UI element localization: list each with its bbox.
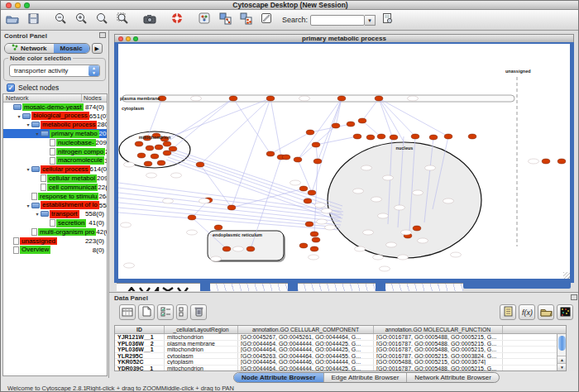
network-edge[interactable] xyxy=(298,98,342,160)
table-row[interactable]: YPL036W__2plasma membrane[GO:0044464, GO… xyxy=(115,341,566,347)
network-node[interactable] xyxy=(413,226,421,231)
vizmapper-button[interactable] xyxy=(195,12,213,28)
network-node[interactable] xyxy=(137,153,146,158)
float-data-panel-icon[interactable] xyxy=(571,294,577,300)
select-nodes-checkbox[interactable]: ✓ xyxy=(7,84,15,92)
network-node[interactable] xyxy=(163,141,171,146)
network-node-label[interactable] xyxy=(398,255,409,260)
network-tree-row[interactable]: cellular metabol209(0) xyxy=(3,174,107,183)
tab-edge-attribute-browser[interactable]: Edge Attribute Browser xyxy=(324,373,408,382)
network-node[interactable] xyxy=(306,130,314,135)
network-node-label[interactable] xyxy=(309,255,319,260)
network-node[interactable] xyxy=(214,225,223,230)
network-edge[interactable] xyxy=(165,98,270,139)
tab-node-attribute-browser[interactable]: Node Attribute Browser xyxy=(234,373,324,382)
table-column-header[interactable]: annotation.GO CELLULAR_COMPONENT xyxy=(238,326,374,333)
network-node[interactable] xyxy=(299,243,308,248)
network-node-label[interactable] xyxy=(373,255,384,260)
scroll-up-button[interactable]: ▲ xyxy=(557,356,567,363)
network-node-label[interactable] xyxy=(191,96,202,101)
network-tree-row[interactable]: cell communicat22(0) xyxy=(3,183,107,192)
tab-network-attribute-browser[interactable]: Network Attribute Browser xyxy=(407,373,498,382)
network-node[interactable] xyxy=(169,146,177,151)
network-edge[interactable] xyxy=(159,98,233,147)
network-node-label[interactable] xyxy=(325,225,336,230)
network-tree-row[interactable]: nitrogen compo209(0) xyxy=(3,147,107,156)
network-node[interactable] xyxy=(312,142,320,147)
network-node-label[interactable] xyxy=(395,205,405,210)
open-session-button[interactable] xyxy=(3,12,22,28)
network-tree-row[interactable]: mosaic-demo-yeast874(0) xyxy=(3,103,107,112)
network-edge[interactable] xyxy=(200,98,270,165)
table-cell[interactable]: [GO:0044464, GO:0044446, GO:0044444, G..… xyxy=(238,359,374,365)
network-node-label[interactable] xyxy=(315,203,326,208)
table-column-header[interactable]: annotation.GO MOLECULAR_FUNCTION xyxy=(374,326,503,333)
network-node[interactable] xyxy=(390,135,398,140)
network-tree-row[interactable]: ▾transport558(0) xyxy=(3,210,107,219)
network-node[interactable] xyxy=(135,141,143,146)
network-view-window[interactable]: primary metabolic process plasma membran… xyxy=(114,34,574,283)
network-tree-row[interactable]: ▾establishment of lo558(0) xyxy=(3,201,107,210)
network-node-label[interactable] xyxy=(171,173,182,178)
background-window-edge[interactable] xyxy=(200,282,210,291)
table-cell[interactable]: plasma membrane xyxy=(165,341,238,347)
delete-attribute-button[interactable] xyxy=(190,304,207,320)
network-node[interactable] xyxy=(366,135,375,140)
network-node[interactable] xyxy=(377,134,385,139)
unselect-attributes-button[interactable] xyxy=(176,304,188,320)
network-tree-row[interactable]: unassigned223(0) xyxy=(3,237,107,246)
table-row[interactable]: YDR039C__1mitochondrion[GO:0044464, GO:0… xyxy=(115,366,566,371)
network-node-label[interactable] xyxy=(529,159,539,164)
network-tree-row[interactable]: secretion41(0) xyxy=(3,218,107,227)
network-tree-row[interactable]: nucleobase-209(0) xyxy=(3,138,107,147)
network-node-label[interactable] xyxy=(408,96,419,101)
network-edge[interactable] xyxy=(232,189,304,208)
zoom-out-button[interactable] xyxy=(51,12,69,28)
scrollbar-thumb[interactable] xyxy=(558,336,566,351)
table-cell[interactable]: [GO:0016787, GO:0005488, GO:0005215, G..… xyxy=(374,341,503,347)
edit-network-button[interactable] xyxy=(216,12,234,28)
network-node[interactable] xyxy=(227,205,236,210)
network-node[interactable] xyxy=(282,155,290,160)
network-node-label[interactable] xyxy=(353,189,364,194)
scroll-down-button[interactable]: ▼ xyxy=(557,363,567,370)
network-node[interactable] xyxy=(332,123,340,128)
network-node-label[interactable] xyxy=(425,165,436,170)
table-cell[interactable]: [GO:0044464, GO:0044444, GO:0044425, G..… xyxy=(238,347,374,352)
table-row[interactable]: YJR121W__1mitochondrion[GO:0045267, GO:0… xyxy=(115,334,566,341)
network-edge[interactable] xyxy=(379,98,448,136)
network-node-label[interactable] xyxy=(199,198,210,203)
network-node[interactable] xyxy=(313,159,322,164)
network-node[interactable] xyxy=(375,96,383,101)
network-node[interactable] xyxy=(163,151,171,155)
table-vertical-scrollbar[interactable]: ▲ ▼ xyxy=(557,334,567,370)
save-session-button[interactable] xyxy=(24,12,42,28)
network-node-label[interactable] xyxy=(124,263,135,268)
network-node[interactable] xyxy=(304,198,312,203)
help-button[interactable] xyxy=(168,12,186,28)
network-node-label[interactable] xyxy=(211,256,222,261)
network-tree-row[interactable]: ▾biological_process651(0) xyxy=(3,112,107,121)
float-panel-icon[interactable] xyxy=(99,32,106,38)
zoom-selected-button[interactable] xyxy=(93,12,111,28)
network-node[interactable] xyxy=(337,96,346,101)
background-window-edge[interactable] xyxy=(298,283,376,291)
network-node[interactable] xyxy=(188,215,196,220)
snapshot-button[interactable] xyxy=(141,12,159,28)
table-cell[interactable]: [GO:0016787, GO:0005488, GO:0005215, G..… xyxy=(374,366,503,371)
table-cell[interactable]: cytoplasm xyxy=(165,359,238,365)
background-window-edge[interactable] xyxy=(463,283,571,289)
zoom-fit-button[interactable] xyxy=(113,12,132,28)
network-node-label[interactable] xyxy=(386,242,397,247)
table-cell[interactable]: [GO:0005488, GO:0005215, GO:0003674] xyxy=(374,359,503,365)
network-node-label[interactable] xyxy=(371,197,382,202)
network-node[interactable] xyxy=(144,161,152,166)
attribute-table-button[interactable] xyxy=(119,304,136,320)
network-edge[interactable] xyxy=(166,160,340,221)
table-row[interactable]: YKR052Ccytoplasm[GO:0044464, GO:0044446,… xyxy=(115,359,566,366)
search-input[interactable] xyxy=(310,15,365,26)
network-node-label[interactable] xyxy=(413,190,423,195)
network-edge[interactable] xyxy=(270,98,281,157)
network-node[interactable] xyxy=(347,122,355,127)
network-node-label[interactable] xyxy=(401,230,412,235)
